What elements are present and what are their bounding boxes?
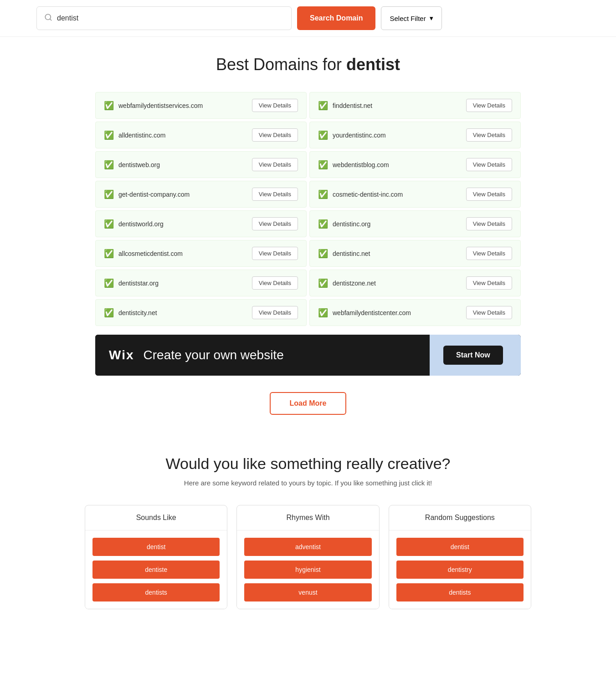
wix-logo: Wix (109, 348, 134, 362)
keyword-card-header: Random Suggestions (389, 505, 531, 530)
domain-name: dentistzone.net (333, 280, 376, 287)
domain-item: ✅ finddentist.net View Details (309, 92, 521, 119)
search-icon (44, 13, 52, 23)
view-details-button[interactable]: View Details (466, 306, 512, 319)
domain-item: ✅ dentistweb.org View Details (95, 151, 307, 178)
domain-left: ✅ cosmetic-dentist-inc.com (318, 189, 403, 199)
view-details-button[interactable]: View Details (252, 306, 298, 319)
keyword-tag-button[interactable]: dentist (92, 538, 220, 556)
domain-left: ✅ finddentist.net (318, 101, 372, 111)
domain-left: ✅ yourdentistinc.com (318, 130, 386, 140)
keyword-card-1: Rhymes Withadventisthygienistvenust (236, 505, 379, 609)
keyword-tag-button[interactable]: hygienist (244, 561, 371, 579)
wix-banner-left: Wix Create your own website (95, 335, 430, 376)
check-icon: ✅ (104, 189, 114, 199)
domain-left: ✅ webdentistblog.com (318, 160, 389, 170)
filter-label: Select Filter (390, 15, 426, 22)
domain-left: ✅ get-dentist-company.com (104, 189, 190, 199)
keyword-tag-button[interactable]: dentist (396, 538, 524, 556)
view-details-button[interactable]: View Details (252, 188, 298, 201)
domain-name: get-dentist-company.com (118, 191, 190, 198)
view-details-button[interactable]: View Details (466, 217, 512, 230)
check-icon: ✅ (318, 130, 328, 140)
check-icon: ✅ (104, 219, 114, 229)
main-content: Best Domains for dentist ✅ webfamilydent… (85, 37, 531, 415)
domain-left: ✅ dentistcity.net (104, 308, 157, 318)
domain-name: alldentistinc.com (118, 132, 166, 139)
keyword-card-header: Rhymes With (237, 505, 379, 530)
view-details-button[interactable]: View Details (466, 158, 512, 171)
domain-item: ✅ alldentistinc.com View Details (95, 122, 307, 148)
domain-name: dentistweb.org (118, 161, 160, 168)
check-icon: ✅ (104, 101, 114, 111)
domain-left: ✅ alldentistinc.com (104, 130, 166, 140)
domain-item: ✅ dentiststar.org View Details (95, 270, 307, 296)
keyword-tag-button[interactable]: adventist (244, 538, 371, 556)
keyword-tag-button[interactable]: dentists (396, 583, 524, 601)
view-details-button[interactable]: View Details (252, 247, 298, 260)
load-more-button[interactable]: Load More (270, 392, 347, 415)
search-input[interactable] (57, 14, 284, 22)
creative-section: Would you like something really creative… (0, 437, 616, 609)
domain-name: dentistcity.net (118, 309, 157, 316)
load-more-wrapper: Load More (94, 392, 522, 415)
domain-left: ✅ webfamilydentistservices.com (104, 101, 203, 111)
start-now-button[interactable]: Start Now (443, 346, 503, 365)
wix-banner: Wix Create your own website Start Now (95, 335, 521, 376)
check-icon: ✅ (104, 160, 114, 170)
view-details-button[interactable]: View Details (466, 128, 512, 142)
domain-left: ✅ dentistzone.net (318, 278, 376, 288)
domain-left: ✅ dentiststar.org (104, 278, 159, 288)
domain-left: ✅ dentistweb.org (104, 160, 160, 170)
domain-name: webfamilydentistcenter.com (333, 309, 411, 316)
domain-name: dentistinc.net (333, 250, 370, 257)
view-details-button[interactable]: View Details (466, 188, 512, 201)
view-details-button[interactable]: View Details (466, 247, 512, 260)
domain-left: ✅ webfamilydentistcenter.com (318, 308, 411, 318)
keyword-tag-button[interactable]: dentists (92, 583, 220, 601)
view-details-button[interactable]: View Details (252, 276, 298, 290)
page-title: Best Domains for dentist (94, 55, 522, 74)
keyword-card-0: Sounds Likedentistdentistedentists (85, 505, 227, 609)
domain-left: ✅ dentistinc.net (318, 249, 370, 259)
check-icon: ✅ (318, 219, 328, 229)
check-icon: ✅ (104, 249, 114, 259)
keyword-tag-button[interactable]: dentiste (92, 561, 220, 579)
wix-banner-text: Create your own website (144, 348, 284, 362)
keyword-grid: Sounds LikedentistdentistedentistsRhymes… (85, 505, 531, 609)
domain-item: ✅ webdentistblog.com View Details (309, 151, 521, 178)
domain-left: ✅ allcosmeticdentist.com (104, 249, 183, 259)
search-domain-button[interactable]: Search Domain (297, 6, 375, 30)
view-details-button[interactable]: View Details (252, 217, 298, 230)
domain-left: ✅ dentistinc.org (318, 219, 370, 229)
view-details-button[interactable]: View Details (252, 99, 298, 112)
check-icon: ✅ (104, 278, 114, 288)
view-details-button[interactable]: View Details (466, 99, 512, 112)
domain-name: webfamilydentistservices.com (118, 102, 203, 109)
keyword-card-2: Random Suggestionsdentistdentistrydentis… (389, 505, 531, 609)
domain-item: ✅ get-dentist-company.com View Details (95, 181, 307, 208)
check-icon: ✅ (318, 249, 328, 259)
domain-name: allcosmeticdentist.com (118, 250, 183, 257)
keyword-card-body: adventisthygienistvenust (237, 530, 379, 609)
chevron-down-icon: ▾ (430, 14, 433, 22)
keyword-card-body: dentistdentistrydentists (389, 530, 531, 609)
search-bar-container: Search Domain Select Filter ▾ (0, 0, 616, 37)
keyword-tag-button[interactable]: dentistry (396, 561, 524, 579)
check-icon: ✅ (104, 308, 114, 318)
check-icon: ✅ (318, 308, 328, 318)
domain-item: ✅ yourdentistinc.com View Details (309, 122, 521, 148)
domain-left: ✅ dentistworld.org (104, 219, 164, 229)
filter-button[interactable]: Select Filter ▾ (381, 6, 441, 30)
domain-item: ✅ webfamilydentistservices.com View Deta… (95, 92, 307, 119)
domain-name: yourdentistinc.com (333, 132, 386, 139)
creative-section-title: Would you like something really creative… (9, 455, 607, 473)
check-icon: ✅ (318, 278, 328, 288)
check-icon: ✅ (318, 189, 328, 199)
domain-item: ✅ dentistzone.net View Details (309, 270, 521, 296)
view-details-button[interactable]: View Details (252, 158, 298, 171)
view-details-button[interactable]: View Details (466, 276, 512, 290)
domain-item: ✅ dentistworld.org View Details (95, 210, 307, 237)
view-details-button[interactable]: View Details (252, 128, 298, 142)
keyword-tag-button[interactable]: venust (244, 583, 371, 601)
